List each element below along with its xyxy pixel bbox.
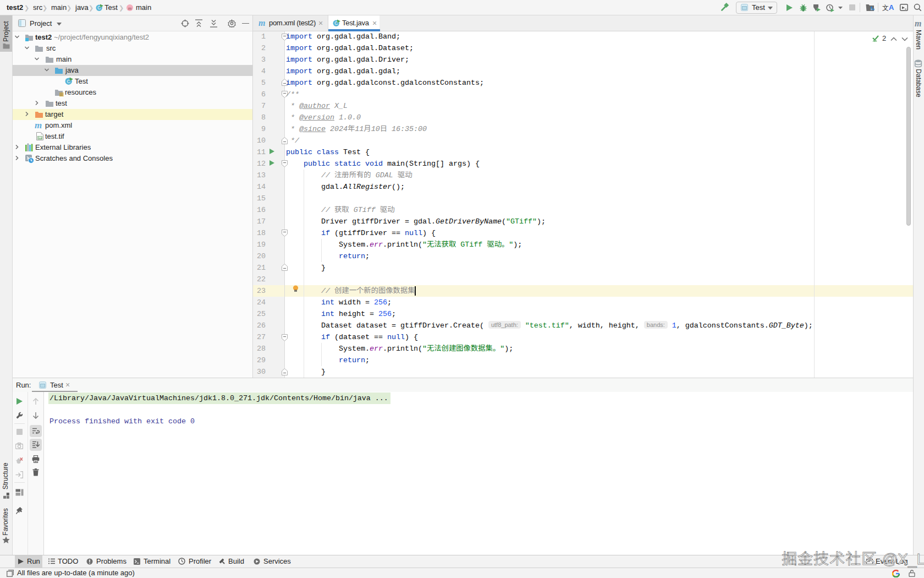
svg-text:C: C xyxy=(97,5,101,10)
svg-text:C: C xyxy=(334,20,338,26)
svg-text:C: C xyxy=(67,79,70,84)
svg-text:m: m xyxy=(128,6,132,11)
